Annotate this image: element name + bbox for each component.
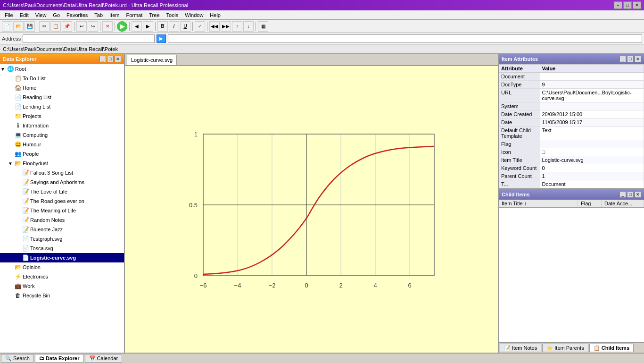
col-date[interactable]: Date Acce... — [602, 200, 644, 207]
tree-toggle-random[interactable] — [15, 217, 21, 223]
tree-item-people[interactable]: 👥People — [0, 149, 124, 159]
tree-toggle-work[interactable] — [8, 283, 13, 289]
tree-toggle-sayings[interactable] — [15, 179, 21, 185]
tree-toggle-bluenote[interactable] — [15, 227, 21, 232]
tree-item-recycle[interactable]: 🗑Recycle Bin — [0, 291, 124, 300]
table-row[interactable]: T...Document — [499, 180, 644, 188]
maximize-button[interactable]: □ — [623, 1, 632, 9]
tree-toggle-road[interactable] — [15, 198, 21, 204]
tree-item-floobydust[interactable]: ▼📂Floobydust — [0, 159, 124, 168]
child-pin-btn[interactable]: _ — [619, 191, 626, 198]
tree-toggle-fallout[interactable] — [15, 170, 21, 176]
close-button[interactable]: ✕ — [633, 1, 641, 9]
menu-window[interactable]: Window — [182, 12, 206, 18]
attr-float-btn[interactable]: □ — [627, 56, 634, 62]
tree-toggle-todo[interactable] — [8, 76, 13, 81]
delete-btn[interactable]: ✕ — [102, 21, 113, 32]
table-row[interactable]: Date11/05/2009 15:17 — [499, 118, 644, 127]
panel-pin-btn[interactable]: _ — [99, 56, 106, 62]
menu-favorites[interactable]: Favorites — [64, 12, 91, 18]
table-row[interactable]: Icon□ — [499, 148, 644, 156]
table-row[interactable]: System — [499, 102, 644, 110]
tree-item-random[interactable]: 📝Random Notes — [0, 215, 124, 225]
new-btn[interactable]: 📄 — [2, 21, 12, 32]
tree-item-root[interactable]: ▼🌐Root — [0, 64, 124, 74]
tree-item-fallout[interactable]: 📝Fallout 3 Song List — [0, 168, 124, 177]
attr-table-scroll[interactable]: Attribute Value DocumentDocType9URLC:\Us… — [499, 64, 644, 188]
col-item-title[interactable]: Item Title ↑ — [499, 200, 578, 207]
panel-close-btn[interactable]: ✕ — [115, 56, 121, 62]
tree-item-computing[interactable]: 💻Computing — [0, 130, 124, 140]
copy-btn[interactable]: 📋 — [50, 21, 61, 32]
tree-item-reading[interactable]: 📄Reading List — [0, 93, 124, 102]
check-btn[interactable]: ✓ — [195, 21, 205, 32]
right-tab-item-parents[interactable]: ⭐ Item Parents — [542, 344, 588, 352]
right-tab-item-notes[interactable]: 📝 Item Notes — [500, 344, 541, 352]
menu-tools[interactable]: Tools — [164, 12, 182, 18]
panel-float-btn[interactable]: □ — [107, 56, 114, 62]
table-row[interactable]: DocType9 — [499, 81, 644, 89]
table-btn[interactable]: ▦ — [258, 21, 268, 32]
child-float-btn[interactable]: □ — [627, 191, 634, 198]
tree-item-home[interactable]: 🏠Home — [0, 83, 124, 93]
tree-item-info[interactable]: ℹInformation — [0, 121, 124, 130]
tree-item-tosca[interactable]: 📄Tosca.svg — [0, 244, 124, 253]
tree-toggle-computing[interactable] — [8, 132, 13, 138]
tree-toggle-love[interactable] — [15, 189, 21, 194]
menu-go[interactable]: Go — [50, 12, 63, 18]
tree-item-sayings[interactable]: 📝Sayings and Aphorisms — [0, 177, 124, 187]
bottom-tab-calendar[interactable]: 📅 Calendar — [85, 354, 123, 363]
tree-item-opinion[interactable]: 📂Opinion — [0, 262, 124, 272]
menu-view[interactable]: View — [33, 12, 50, 18]
attr-close-btn[interactable]: ✕ — [635, 56, 641, 62]
tree-item-electronics[interactable]: ⚡Electronics — [0, 272, 124, 281]
bottom-tab-search[interactable]: 🔍 Search — [1, 354, 34, 363]
search-input[interactable] — [168, 34, 642, 43]
tree-item-road[interactable]: 📝The Road goes ever on — [0, 196, 124, 206]
table-row[interactable]: Date Created20/09/2012 15:00 — [499, 110, 644, 118]
nav1-btn[interactable]: ◀◀ — [209, 21, 220, 32]
table-row[interactable]: Flag — [499, 140, 644, 148]
paste-btn[interactable]: 📌 — [62, 21, 72, 32]
save-btn[interactable]: 💾 — [25, 21, 35, 32]
tree-toggle-humour[interactable] — [8, 142, 13, 147]
minimize-button[interactable]: − — [614, 1, 622, 9]
undo-btn[interactable]: ↩ — [76, 21, 87, 32]
cut-btn[interactable]: ✂ — [39, 21, 50, 32]
tree-toggle-opinion[interactable] — [8, 264, 13, 270]
back-btn[interactable]: ◀ — [132, 21, 142, 32]
tree-item-lending[interactable]: 📄Lending List — [0, 102, 124, 111]
italic-btn[interactable]: I — [169, 21, 179, 32]
tree-item-meaning[interactable]: 📝The Meaning of Life — [0, 206, 124, 215]
table-row[interactable]: Item TitleLogistic-curve.svg — [499, 156, 644, 164]
tree-area[interactable]: ▼🌐Root 📋To Do List 🏠Home 📄Reading List 📄… — [0, 64, 124, 353]
tree-item-bluenote[interactable]: 📝Bluenote Jazz — [0, 225, 124, 234]
redo-btn[interactable]: ↪ — [88, 21, 98, 32]
tree-item-logistic[interactable]: 📄Logistic-curve.svg — [0, 253, 124, 262]
tree-item-testgraph[interactable]: 📄Testgraph.svg — [0, 234, 124, 244]
menu-format[interactable]: Format — [123, 12, 145, 18]
bottom-tab-data-explorer[interactable]: 🗂 Data Explorer — [35, 354, 84, 363]
tree-item-work[interactable]: 💼Work — [0, 281, 124, 291]
right-tab-child-items[interactable]: 📋 Child Items — [589, 344, 634, 352]
menu-item[interactable]: Item — [107, 12, 122, 18]
tree-toggle-logistic[interactable] — [15, 255, 21, 261]
child-close-btn[interactable]: ✕ — [635, 191, 641, 198]
menu-tab[interactable]: Tab — [91, 12, 106, 18]
menu-edit[interactable]: Edit — [17, 12, 32, 18]
tree-item-todo[interactable]: 📋To Do List — [0, 74, 124, 83]
tree-toggle-root[interactable]: ▼ — [0, 66, 6, 72]
tree-toggle-recycle[interactable] — [8, 293, 13, 298]
tree-toggle-people[interactable] — [8, 151, 13, 157]
tree-toggle-home[interactable] — [8, 85, 13, 91]
tree-toggle-floobydust[interactable]: ▼ — [8, 160, 13, 166]
nav2-btn[interactable]: ▶▶ — [221, 21, 231, 32]
col-flag[interactable]: Flag — [578, 200, 602, 207]
address-input[interactable] — [23, 34, 155, 43]
content-tab[interactable]: Logistic-curve.svg — [127, 55, 177, 65]
bold-btn[interactable]: B — [157, 21, 168, 32]
fwd-btn[interactable]: ▶ — [143, 21, 153, 32]
tree-toggle-meaning[interactable] — [15, 208, 21, 213]
tree-toggle-lending[interactable] — [8, 104, 13, 110]
attr-pin-btn[interactable]: _ — [619, 56, 626, 62]
